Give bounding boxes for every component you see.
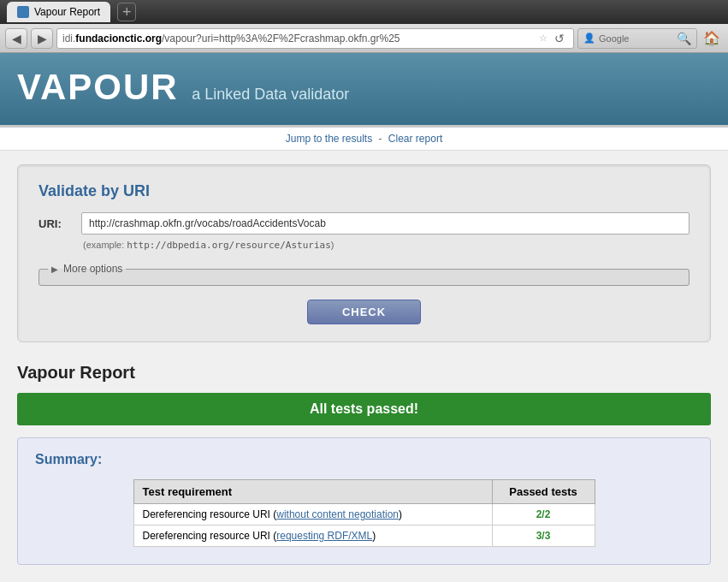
validate-title: Validate by URI (38, 182, 690, 200)
uri-label: URI: (38, 217, 73, 230)
tab-favicon-icon (17, 6, 29, 18)
table-cell-passed-1: 2/2 (492, 504, 595, 526)
report-title: Vapour Report (17, 363, 711, 383)
table-row: Dereferencing resource URI (requesting R… (133, 526, 595, 547)
check-button[interactable]: CHECK (307, 300, 421, 324)
example-prefix: (example: (83, 240, 127, 250)
report-section: Vapour Report All tests passed! Summary:… (17, 363, 711, 565)
page-content: VAPOUR a Linked Data validator Jump to t… (0, 53, 728, 582)
search-placeholder: Google (599, 33, 673, 44)
ssl-icon: ☆ (539, 33, 547, 44)
back-button[interactable]: ◀ (5, 28, 27, 49)
example-text: (example: http://dbpedia.org/resource/As… (83, 240, 690, 251)
breadcrumb-separator: - (379, 133, 382, 145)
banner-text: All tests passed! (310, 401, 418, 416)
uri-input[interactable] (81, 212, 690, 235)
more-options-legend: ▶ More options (48, 263, 126, 275)
browser-titlebar: Vapour Report + (0, 0, 728, 24)
main-container: Validate by URI URI: (example: http://db… (0, 151, 728, 579)
more-options-label: More options (63, 263, 122, 275)
uri-form-row: URI: (38, 212, 690, 235)
home-button[interactable]: 🏠 (701, 28, 723, 49)
req-end-1: ) (399, 508, 402, 520)
site-title: VAPOUR (17, 67, 179, 107)
summary-title: Summary: (35, 452, 693, 467)
clear-report-link[interactable]: Clear report (388, 133, 442, 145)
breadcrumb-bar: Jump to the results - Clear report (0, 128, 728, 151)
req-link-2[interactable]: requesting RDF/XML (276, 530, 372, 542)
tab-title: Vapour Report (34, 6, 100, 18)
user-icon: 👤 (583, 33, 595, 44)
summary-box: Summary: Test requirement Passed tests D… (17, 437, 711, 565)
back-icon: ◀ (12, 32, 21, 45)
browser-tab[interactable]: Vapour Report (7, 2, 110, 22)
site-header: VAPOUR a Linked Data validator (0, 53, 728, 128)
table-cell-passed-2: 3/3 (492, 526, 595, 547)
validate-box: Validate by URI URI: (example: http://db… (17, 164, 711, 342)
col-header-passed: Passed tests (492, 480, 595, 504)
table-row: Dereferencing resource URI (without cont… (133, 504, 595, 526)
all-passed-banner: All tests passed! (17, 393, 711, 425)
forward-icon: ▶ (38, 32, 47, 45)
forward-button[interactable]: ▶ (31, 28, 53, 49)
browser-toolbar: ◀ ▶ idi.fundacionctic.org/vapour?uri=htt… (0, 24, 728, 53)
table-cell-requirement-2: Dereferencing resource URI (requesting R… (133, 526, 492, 547)
req-end-2: ) (372, 530, 376, 542)
more-options-arrow-icon: ▶ (51, 264, 58, 274)
reload-button[interactable]: ↺ (551, 30, 568, 47)
summary-table: Test requirement Passed tests Dereferenc… (133, 479, 595, 547)
req-link-1[interactable]: without content negotiation (276, 508, 399, 520)
col-header-requirement: Test requirement (133, 480, 492, 504)
table-cell-requirement-1: Dereferencing resource URI (without cont… (133, 504, 492, 526)
jump-to-results-link[interactable]: Jump to the results (286, 133, 372, 145)
site-subtitle: a Linked Data validator (192, 86, 349, 103)
search-bar[interactable]: 👤 Google 🔍 (577, 28, 697, 49)
address-bar[interactable]: idi.fundacionctic.org/vapour?uri=http%3A… (56, 28, 574, 49)
req-start-2: Dereferencing resource URI ( (143, 530, 277, 542)
new-tab-button[interactable]: + (117, 3, 136, 21)
req-start-1: Dereferencing resource URI ( (143, 508, 277, 520)
example-suffix: ) (331, 240, 334, 250)
more-options-fieldset: ▶ More options (38, 263, 690, 286)
search-icon[interactable]: 🔍 (677, 32, 691, 45)
example-url: http://dbpedia.org/resource/Asturias (127, 240, 330, 251)
address-text: idi.fundacionctic.org/vapour?uri=http%3A… (62, 33, 536, 45)
